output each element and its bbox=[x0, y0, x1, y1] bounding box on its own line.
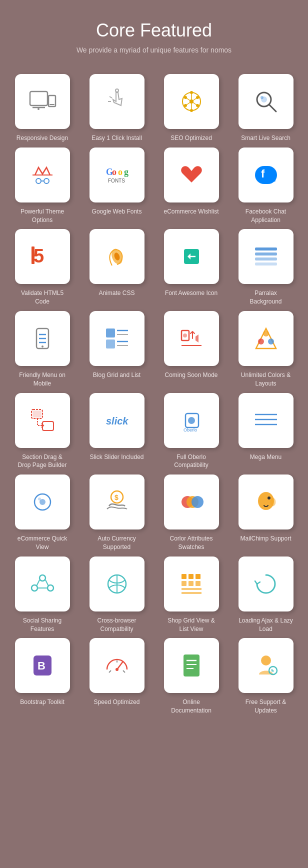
feature-label: Bootstrap Toolkit bbox=[20, 698, 64, 706]
svg-text:B: B bbox=[38, 660, 46, 672]
svg-point-63 bbox=[268, 338, 274, 344]
svg-point-28 bbox=[44, 178, 49, 184]
feature-icon-responsive bbox=[15, 74, 70, 129]
feature-icon-wishlist bbox=[164, 148, 219, 202]
feature-icon-support bbox=[238, 638, 294, 693]
svg-rect-44 bbox=[255, 252, 277, 256]
feature-label: Google Web Fonts bbox=[92, 208, 142, 216]
feature-label: Font Awesome Icon bbox=[165, 289, 218, 298]
svg-rect-94 bbox=[188, 574, 194, 579]
feature-label: Easy 1 Click Install bbox=[92, 134, 142, 142]
feature-label: Slick Slider Included bbox=[90, 453, 144, 462]
feature-icon-theme bbox=[15, 148, 70, 202]
svg-line-18 bbox=[186, 102, 192, 106]
feature-icon-slick: slick bbox=[90, 393, 144, 448]
svg-text:f: f bbox=[261, 168, 265, 180]
svg-rect-108 bbox=[184, 654, 200, 676]
svg-point-84 bbox=[270, 498, 276, 506]
svg-line-106 bbox=[123, 670, 125, 672]
feature-label: Free Support & Updates bbox=[238, 698, 294, 715]
feature-item-documentation: Online Documentation bbox=[156, 638, 226, 715]
svg-line-16 bbox=[186, 98, 192, 102]
feature-icon-currency: $ bbox=[90, 474, 144, 530]
svg-line-17 bbox=[192, 98, 198, 102]
feature-label: Speed Optimized bbox=[94, 698, 140, 706]
feature-item-html5: 5 Validate HTML5 Code bbox=[8, 229, 77, 306]
feature-icon-swatches bbox=[164, 474, 219, 530]
svg-rect-96 bbox=[182, 581, 186, 586]
feature-item-slick: slick Slick Slider Included bbox=[82, 393, 152, 470]
svg-rect-97 bbox=[188, 581, 194, 586]
feature-label: Smart Live Search bbox=[241, 134, 290, 142]
feature-label: Section Drag & Drop Page Builder bbox=[15, 453, 70, 470]
svg-text:o: o bbox=[112, 167, 116, 177]
feature-icon-bootstrap: B bbox=[15, 638, 70, 693]
svg-point-76 bbox=[38, 498, 41, 500]
feature-item-blog: Blog Grid and List bbox=[82, 311, 152, 388]
svg-text:Oberlo: Oberlo bbox=[184, 428, 197, 432]
feature-item-parallax: Parralax Background bbox=[231, 229, 300, 306]
feature-item-speed: Speed Optimized bbox=[82, 638, 152, 715]
feature-label: Online Documentation bbox=[164, 698, 219, 715]
feature-item-seo: SEO Optimized bbox=[156, 74, 226, 142]
feature-label: Coming Soon Mode bbox=[164, 371, 218, 380]
feature-label: eCommerce Quick View bbox=[15, 534, 70, 552]
svg-point-59 bbox=[183, 334, 187, 338]
feature-item-social: Social Sharing Features bbox=[8, 556, 77, 634]
page-subtitle: We provide a myriad of unique features f… bbox=[10, 46, 298, 54]
feature-item-mobile-menu: Friendly Menu on Mobile bbox=[8, 311, 77, 388]
feature-label: Friendly Menu on Mobile bbox=[15, 371, 70, 388]
svg-rect-93 bbox=[182, 574, 186, 579]
svg-point-85 bbox=[40, 575, 46, 581]
svg-rect-0 bbox=[30, 92, 48, 106]
svg-rect-35 bbox=[255, 166, 277, 184]
feature-item-drag-drop: Section Drag & Drop Page Builder bbox=[8, 393, 77, 470]
feature-icon-oberlo: Oberlo bbox=[164, 393, 219, 448]
feature-label: Corlor Attributes Swatches bbox=[164, 534, 219, 552]
svg-point-104 bbox=[116, 668, 118, 671]
svg-line-6 bbox=[110, 96, 112, 98]
feature-item-oberlo: Oberlo Full Oberlo Compatibility bbox=[156, 393, 226, 470]
feature-icon-facebook: f bbox=[238, 148, 294, 202]
feature-label: Mega Menu bbox=[250, 453, 282, 462]
svg-rect-4 bbox=[50, 104, 54, 105]
feature-item-coming-soon: Coming Soon Mode bbox=[156, 311, 226, 388]
svg-point-81 bbox=[192, 496, 204, 508]
feature-item-bootstrap: B Bootstrap Toolkit bbox=[8, 638, 77, 715]
feature-item-theme: Powerful Theme Options bbox=[8, 148, 77, 224]
svg-point-69 bbox=[188, 417, 195, 424]
feature-label: Cross-browser Compatbility bbox=[90, 616, 144, 634]
feature-item-quick-view: eCommerce Quick View bbox=[8, 474, 77, 552]
feature-label: Powerful Theme Options bbox=[15, 208, 70, 224]
feature-icon-html5: 5 bbox=[15, 229, 70, 284]
features-grid: Responsive Design Easy 1 Click Install S… bbox=[0, 64, 308, 725]
svg-rect-95 bbox=[196, 574, 200, 579]
svg-line-89 bbox=[46, 580, 48, 586]
svg-line-103 bbox=[117, 662, 123, 670]
feature-item-support: Free Support & Updates bbox=[231, 638, 300, 715]
svg-point-61 bbox=[258, 338, 264, 344]
feature-icon-speed bbox=[90, 638, 144, 693]
svg-point-25 bbox=[260, 96, 264, 99]
feature-icon-animate bbox=[90, 229, 144, 284]
feature-icon-google-fonts: G o o g FONTS bbox=[90, 148, 144, 202]
feature-label: MailChimp Support bbox=[240, 534, 291, 543]
svg-line-105 bbox=[109, 670, 111, 672]
svg-rect-66 bbox=[42, 422, 54, 430]
feature-icon-seo bbox=[164, 74, 219, 129]
feature-label: Facebook Chat Application bbox=[238, 208, 294, 224]
feature-item-fontawesome: Font Awesome Icon bbox=[156, 229, 226, 306]
feature-label: Parralax Background bbox=[238, 289, 294, 306]
feature-label: Social Sharing Features bbox=[15, 616, 70, 634]
svg-point-51 bbox=[42, 346, 44, 348]
svg-text:g: g bbox=[124, 167, 128, 177]
feature-icon-mobile-menu bbox=[15, 311, 70, 366]
feature-icon-cross-browser bbox=[90, 556, 144, 612]
feature-icon-blog bbox=[90, 311, 144, 366]
feature-label: Responsive Design bbox=[16, 134, 68, 142]
feature-label: Full Oberlo Compatibility bbox=[164, 453, 219, 470]
feature-label: eCommerce Wishlist bbox=[164, 208, 219, 216]
feature-label: SEO Optimized bbox=[170, 134, 212, 142]
svg-point-5 bbox=[116, 89, 118, 92]
feature-item-cross-browser: Cross-browser Compatbility bbox=[82, 556, 152, 634]
